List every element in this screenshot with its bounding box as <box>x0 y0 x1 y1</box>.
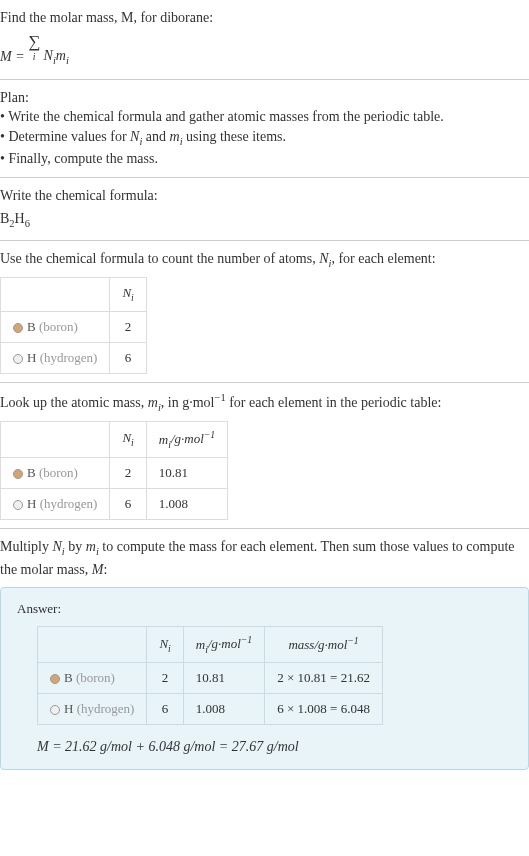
final-result: M = 21.62 g/mol + 6.048 g/mol = 27.67 g/… <box>37 737 512 757</box>
table-header-row: Ni mi/g·mol−1 mass/g·mol−1 <box>38 627 383 663</box>
plan-bullet-1: • Write the chemical formula and gather … <box>0 107 529 127</box>
compute-section: Multiply Ni by mi to compute the mass fo… <box>0 529 529 778</box>
atom-count-section: Use the chemical formula to count the nu… <box>0 241 529 383</box>
mi-cell: 1.008 <box>183 694 264 725</box>
header-ni: Ni <box>147 627 183 663</box>
table-row: H (hydrogen) 6 1.008 6 × 1.008 = 6.048 <box>38 694 383 725</box>
mi-cell: 1.008 <box>146 488 227 519</box>
header-element <box>1 422 110 458</box>
table-row: H (hydrogen) 6 <box>1 342 147 373</box>
plan-bullet-2: • Determine values for Ni and mi using t… <box>0 127 529 149</box>
table-row: B (boron) 2 10.81 <box>1 457 228 488</box>
answer-label: Answer: <box>17 600 512 618</box>
mi-cell: 10.81 <box>146 457 227 488</box>
ni-cell: 6 <box>110 342 146 373</box>
ni-cell: 2 <box>110 311 146 342</box>
ni-cell: 2 <box>147 662 183 693</box>
table-row: H (hydrogen) 6 1.008 <box>1 488 228 519</box>
answer-box: Answer: Ni mi/g·mol−1 mass/g·mol−1 B (bo… <box>0 587 529 770</box>
atomic-mass-heading: Look up the atomic mass, mi, in g·mol−1 … <box>0 391 529 415</box>
header-element <box>1 278 110 311</box>
table-row: B (boron) 2 <box>1 311 147 342</box>
element-cell: H (hydrogen) <box>1 488 110 519</box>
hydrogen-dot-icon <box>13 500 23 510</box>
atom-count-table: Ni B (boron) 2 H (hydrogen) 6 <box>0 277 147 374</box>
header-ni: Ni <box>110 422 146 458</box>
boron-dot-icon <box>13 469 23 479</box>
header-element <box>38 627 147 663</box>
mass-cell: 6 × 1.008 = 6.048 <box>265 694 383 725</box>
header-ni: Ni <box>110 278 146 311</box>
chemical-formula-section: Write the chemical formula: B2H6 <box>0 178 529 241</box>
plan-section: Plan: • Write the chemical formula and g… <box>0 80 529 178</box>
hydrogen-dot-icon <box>13 354 23 364</box>
boron-dot-icon <box>50 674 60 684</box>
element-cell: B (boron) <box>1 457 110 488</box>
ni-cell: 2 <box>110 457 146 488</box>
plan-heading: Plan: <box>0 88 529 108</box>
chemical-formula-heading: Write the chemical formula: <box>0 186 529 206</box>
boron-dot-icon <box>13 323 23 333</box>
atomic-mass-table: Ni mi/g·mol−1 B (boron) 2 10.81 H (hydro… <box>0 421 228 520</box>
mi-cell: 10.81 <box>183 662 264 693</box>
element-cell: H (hydrogen) <box>1 342 110 373</box>
ni-cell: 6 <box>110 488 146 519</box>
atomic-mass-section: Look up the atomic mass, mi, in g·mol−1 … <box>0 383 529 529</box>
ni-cell: 6 <box>147 694 183 725</box>
compute-heading: Multiply Ni by mi to compute the mass fo… <box>0 537 529 579</box>
hydrogen-dot-icon <box>50 705 60 715</box>
header-mi: mi/g·mol−1 <box>183 627 264 663</box>
header-mi: mi/g·mol−1 <box>146 422 227 458</box>
element-cell: B (boron) <box>38 662 147 693</box>
molar-mass-formula: M = ∑i Nimi <box>0 28 529 71</box>
table-row: B (boron) 2 10.81 2 × 10.81 = 21.62 <box>38 662 383 693</box>
chemical-formula: B2H6 <box>0 205 529 231</box>
answer-table: Ni mi/g·mol−1 mass/g·mol−1 B (boron) 2 1… <box>37 626 383 725</box>
table-header-row: Ni mi/g·mol−1 <box>1 422 228 458</box>
intro-text: Find the molar mass, M, for diborane: <box>0 8 529 28</box>
header-mass: mass/g·mol−1 <box>265 627 383 663</box>
intro-line: Find the molar mass, M, for diborane: <box>0 10 213 25</box>
element-cell: B (boron) <box>1 311 110 342</box>
mass-cell: 2 × 10.81 = 21.62 <box>265 662 383 693</box>
plan-bullet-3: • Finally, compute the mass. <box>0 149 529 169</box>
table-header-row: Ni <box>1 278 147 311</box>
intro-section: Find the molar mass, M, for diborane: M … <box>0 0 529 80</box>
element-cell: H (hydrogen) <box>38 694 147 725</box>
atom-count-heading: Use the chemical formula to count the nu… <box>0 249 529 271</box>
